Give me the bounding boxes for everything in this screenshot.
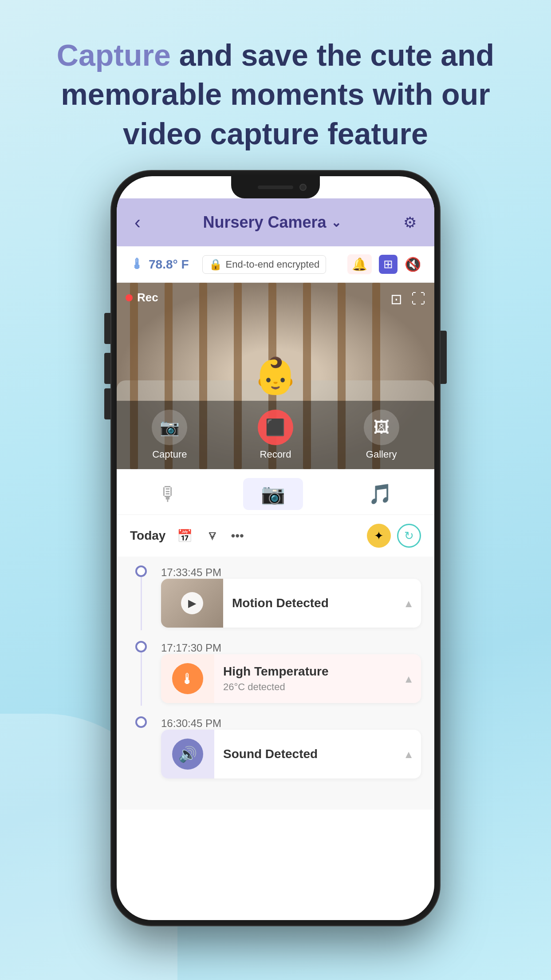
motion-event-card[interactable]: ▶ Motion Detected ▲	[161, 579, 421, 628]
rec-dot	[126, 294, 133, 301]
sound-event-title: Sound Detected	[223, 747, 387, 761]
status-bar: 🌡 78.8° F 🔒 End-to-end encrypted 🔔 ⊞ 🔇	[117, 246, 434, 283]
rec-label: Rec	[137, 291, 158, 304]
motion-event-thumb: ▶	[161, 579, 223, 628]
rec-indicator: Rec	[126, 291, 158, 304]
chevron-down-icon[interactable]: ⌄	[331, 215, 341, 230]
gallery-label: Gallery	[366, 449, 397, 460]
sound-event-card[interactable]: 🔊 Sound Detected ▲	[161, 730, 421, 778]
cloud-icon: ▲	[403, 748, 414, 760]
back-button[interactable]: ‹	[134, 212, 141, 233]
capture-button[interactable]: 📷 Capture	[152, 410, 187, 460]
star-badge[interactable]: ✦	[367, 524, 391, 548]
app-header: ‹ Nursery Camera ⌄ ⚙	[117, 198, 434, 246]
capture-icon: 📷	[152, 410, 187, 445]
timeline-left	[130, 716, 152, 728]
event-content: 17:17:30 PM 🌡 High Temperature 26°C dete…	[161, 641, 421, 707]
bottom-tabs: 🎙 📷 🎵	[117, 469, 434, 515]
baby-emoji: 👶	[253, 356, 298, 395]
events-timeline: 17:33:45 PM ▶ Motion Detected	[117, 557, 434, 792]
phone-wrapper: ‹ Nursery Camera ⌄ ⚙ 🌡 78.8° F 🔒	[0, 171, 551, 925]
cloud-upload-icon[interactable]: ▲	[396, 743, 421, 766]
cloud-icon: ▲	[403, 673, 414, 685]
camera-controls: 📷 Capture ⬛ Record 🖼 Gallery	[117, 401, 434, 469]
tab-camera[interactable]: 📷	[243, 478, 303, 510]
phone-screen: ‹ Nursery Camera ⌄ ⚙ 🌡 78.8° F 🔒	[117, 176, 434, 920]
page-header: Capture and save the cute and memorable …	[0, 0, 551, 171]
thermometer-icon: 🌡	[130, 256, 144, 273]
sound-icon-circle: 🔊	[172, 739, 203, 770]
motion-event-title: Motion Detected	[232, 596, 387, 610]
status-icons: 🔔 ⊞ 🔇	[347, 254, 421, 274]
temperature-indicator: 🌡 78.8° F	[130, 256, 189, 273]
temp-event-subtitle: 26°C detected	[223, 681, 387, 693]
gallery-button[interactable]: 🖼 Gallery	[364, 410, 399, 460]
alert-icon-box[interactable]: 🔔	[347, 254, 372, 274]
timeline-item: 17:17:30 PM 🌡 High Temperature 26°C dete…	[117, 636, 434, 712]
encrypted-label: End-to-end encrypted	[226, 259, 320, 270]
record-icon: ⬛	[258, 410, 293, 445]
temp-event-card[interactable]: 🌡 High Temperature 26°C detected ▲	[161, 654, 421, 703]
temperature-value: 78.8° F	[149, 257, 189, 272]
timeline-left	[130, 565, 152, 630]
temp-event-info: High Temperature 26°C detected	[214, 656, 396, 702]
event-content: 16:30:45 PM 🔊 Sound Detected	[161, 716, 421, 783]
filter-badges: ✦ ↻	[367, 524, 421, 548]
timeline-dot	[135, 716, 147, 728]
camera-name: Nursery Camera	[203, 213, 326, 232]
today-label: Today	[130, 529, 165, 543]
cloud-upload-icon[interactable]: ▲	[396, 592, 421, 615]
temp-event-thumb: 🌡	[161, 654, 214, 703]
calendar-icon[interactable]: 📅	[174, 526, 195, 546]
capture-label: Capture	[152, 449, 187, 460]
event-time: 17:17:30 PM	[161, 641, 421, 654]
settings-icon[interactable]: ⚙	[403, 213, 417, 231]
lock-icon: 🔒	[209, 258, 222, 271]
notch-speaker	[258, 186, 293, 189]
fullscreen-icon[interactable]: ⛶	[411, 291, 425, 308]
record-button[interactable]: ⬛ Record	[258, 410, 293, 460]
timeline-item: 17:33:45 PM ▶ Motion Detected	[117, 561, 434, 636]
event-content: 17:33:45 PM ▶ Motion Detected	[161, 565, 421, 632]
timeline-dot	[135, 565, 147, 577]
more-options-button[interactable]: •••	[231, 529, 244, 543]
gallery-icon: 🖼	[364, 410, 399, 445]
camera-title-container: Nursery Camera ⌄	[203, 213, 341, 232]
cloud-icon: ▲	[403, 597, 414, 609]
camera-feed: Rec ⊡ ⛶	[117, 283, 434, 469]
phone-notch	[231, 176, 320, 198]
crop-icon[interactable]: ⊡	[390, 291, 402, 308]
sound-event-info: Sound Detected	[214, 738, 396, 770]
tab-music[interactable]: 🎵	[350, 478, 410, 510]
mute-icon[interactable]: 🔇	[405, 257, 421, 272]
app-content: ‹ Nursery Camera ⌄ ⚙ 🌡 78.8° F 🔒	[117, 176, 434, 810]
temp-event-title: High Temperature	[223, 664, 387, 679]
timeline-line	[141, 652, 142, 706]
refresh-badge[interactable]: ↻	[397, 524, 421, 548]
event-time: 17:33:45 PM	[161, 565, 421, 579]
events-section: Today 📅 ⛛ ••• ✦ ↻	[117, 515, 434, 810]
header-title: Capture and save the cute and memorable …	[35, 36, 516, 153]
record-label: Record	[260, 449, 291, 460]
tab-microphone[interactable]: 🎙	[141, 478, 196, 510]
timeline-left	[130, 641, 152, 706]
phone: ‹ Nursery Camera ⌄ ⚙ 🌡 78.8° F 🔒	[111, 171, 440, 925]
baby-image: 👶	[253, 355, 298, 397]
camera-top-icons: ⊡ ⛶	[390, 291, 425, 308]
notch-camera	[299, 184, 307, 191]
filter-icon[interactable]: ⛛	[204, 526, 222, 546]
encryption-badge: 🔒 End-to-end encrypted	[202, 255, 327, 274]
grid-icon-box[interactable]: ⊞	[379, 255, 398, 274]
motion-event-info: Motion Detected	[223, 587, 396, 619]
timeline-item: 16:30:45 PM 🔊 Sound Detected	[117, 712, 434, 787]
cloud-upload-icon[interactable]: ▲	[396, 667, 421, 690]
header-highlight: Capture	[57, 38, 171, 72]
timeline-line	[141, 577, 142, 630]
play-button[interactable]: ▶	[181, 592, 203, 614]
sound-event-thumb: 🔊	[161, 730, 214, 778]
timeline-dot	[135, 641, 147, 652]
filter-row: Today 📅 ⛛ ••• ✦ ↻	[117, 515, 434, 557]
temperature-icon-circle: 🌡	[172, 663, 203, 694]
event-time: 16:30:45 PM	[161, 716, 421, 730]
